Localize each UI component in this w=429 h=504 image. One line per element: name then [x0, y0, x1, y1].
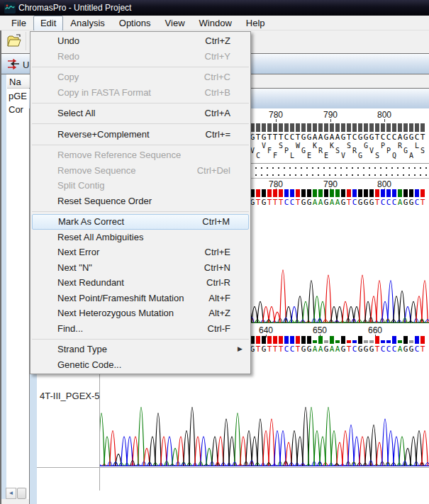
menu-item-strand-type[interactable]: Strand Type▶: [32, 342, 249, 357]
base-letter: A: [397, 133, 403, 142]
menu-item-genetic-code[interactable]: Genetic Code...: [32, 357, 249, 373]
base-block: [341, 336, 345, 344]
coverage-block: [364, 123, 368, 132]
amino-acid-letter: P: [380, 142, 386, 150]
menu-item-reset-sequence-order[interactable]: Reset Sequence Order: [32, 194, 249, 209]
base-letter: C: [391, 133, 397, 142]
trace-peak: [411, 437, 417, 466]
project-panel-hscrollbar[interactable]: ◄: [6, 488, 27, 499]
amino-acid-letter: V: [261, 142, 267, 150]
open-project-icon[interactable]: [6, 33, 23, 49]
base-letter: G: [408, 133, 414, 142]
menubar-item-edit[interactable]: Edit: [33, 16, 63, 31]
trace-name-label[interactable]: 4T-III_PGEX-5: [40, 391, 100, 401]
coverage-block: [403, 123, 408, 132]
trace-peak: [371, 296, 377, 323]
base-letter: A: [397, 198, 403, 207]
coverage-block: [318, 123, 323, 132]
menu-item-next-point-frameshift-mutation[interactable]: Next Point/Frameshift MutationAlt+F: [32, 291, 249, 306]
base-block: [403, 336, 408, 344]
base-block: [284, 189, 289, 197]
trace-peak: [201, 437, 207, 466]
base-letter: G: [369, 345, 374, 354]
menu-item-next-heterozygous-mutation[interactable]: Next Heterozygous MutationAlt+Z: [32, 306, 249, 321]
menu-item-reset-all-ambiguities[interactable]: Reset All Ambiguities: [32, 230, 249, 245]
menubar-item-view[interactable]: View: [158, 16, 192, 31]
menu-item-next-error[interactable]: Next ErrorCtrl+E: [32, 245, 249, 260]
trace-peak: [303, 408, 309, 466]
menu-item-shortcut: Ctrl+B: [205, 85, 230, 101]
menu-item-next-n[interactable]: Next "N"Ctrl+N: [32, 260, 249, 276]
trace-peak: [405, 448, 411, 466]
trace-peak: [212, 437, 218, 466]
scrollbar-thumb[interactable]: [17, 488, 26, 499]
trace-peak: [365, 301, 372, 323]
base-block: [386, 340, 391, 343]
base-block: [358, 189, 362, 197]
base-block: [352, 189, 357, 197]
base-letter: A: [329, 198, 335, 207]
base-letter: G: [363, 345, 369, 354]
menu-item-select-all[interactable]: Select AllCtrl+A: [32, 106, 249, 121]
base-block: [296, 189, 300, 197]
project-item-1[interactable]: pGE: [9, 91, 27, 101]
amino-acid-letter: K: [312, 142, 318, 150]
submenu-arrow-icon: ▶: [238, 342, 243, 357]
trace-peak: [223, 419, 230, 466]
base-block: [420, 336, 425, 344]
menu-item-shortcut: Ctrl-F: [208, 321, 231, 337]
base-letter: T: [267, 345, 272, 354]
translation-row: VCVFFSPLWGEKREKSVSRGGVSPPQRGALS: [250, 142, 429, 160]
amino-acid-letter: C: [255, 152, 261, 159]
menu-item-remove-reference-sequence: Remove Reference Sequence: [32, 147, 249, 163]
menubar-item-analysis[interactable]: Analysis: [63, 16, 111, 31]
menu-item-undo[interactable]: UndoCtrl+Z: [32, 33, 249, 49]
base-block: [313, 340, 317, 343]
coverage-block: [290, 123, 294, 132]
menu-item-next-redundant[interactable]: Next RedundantCtrl-R: [32, 275, 249, 291]
base-block: [313, 189, 317, 197]
base-block: [341, 189, 345, 197]
menu-item-find[interactable]: Find...Ctrl-F: [32, 321, 249, 337]
chromatogram-trace-2[interactable]: [100, 379, 429, 467]
menubar-item-file[interactable]: File: [4, 16, 33, 31]
base-block: [290, 189, 294, 197]
amino-acid-letter: G: [363, 142, 369, 150]
coverage-block: [381, 123, 385, 132]
app-icon: [4, 2, 16, 13]
base-block: [347, 189, 351, 197]
base-letter: G: [357, 198, 363, 207]
menu-item-redo: RedoCtrl+Y: [32, 49, 249, 65]
scroll-left-arrow-icon[interactable]: ◄: [6, 488, 16, 499]
menubar-item-window[interactable]: Window: [192, 16, 239, 31]
menubar-item-options[interactable]: Options: [112, 16, 158, 31]
consensus-sequence[interactable]: GTGTTTCCTGGAAGAAGTCGGGTCCCAGGCT: [250, 133, 429, 141]
trace-peak: [308, 281, 315, 323]
trace-peak: [422, 281, 428, 323]
menu-item-mark-as-correct[interactable]: Mark As CorrectCtrl+M: [32, 214, 249, 230]
menu-item-reverse-complement[interactable]: Reverse+ComplementCtrl+=: [32, 127, 249, 142]
menu-item-remove-sequence: Remove SequenceCtrl+Del: [32, 163, 249, 179]
base-letter: G: [323, 198, 329, 207]
base-block: [409, 189, 413, 197]
ruler-tick: [330, 119, 331, 122]
menu-separator: [32, 211, 249, 212]
menu-bar: FileEditAnalysisOptionsViewWindowHelp: [0, 16, 429, 30]
coverage-block: [409, 123, 413, 132]
base-letter: A: [312, 345, 318, 354]
trace-peak: [337, 307, 343, 323]
title-bar[interactable]: ChromasPro - Untitled Project: [0, 0, 429, 16]
trace-peak: [155, 413, 162, 466]
base-block: [381, 340, 385, 343]
base-block: [262, 189, 266, 197]
base-block: [352, 340, 357, 343]
menu-item-shortcut: Ctrl+Del: [197, 163, 230, 179]
trace-peak: [257, 419, 264, 466]
menubar-item-help[interactable]: Help: [239, 16, 272, 31]
trace-peak: [394, 296, 400, 323]
base-block: [256, 336, 260, 344]
trace-peak: [382, 419, 389, 466]
consensus-colored-sequence[interactable]: GTGTTTCCTGGAAGAAGTCGGGTCCCAGGCT: [250, 198, 429, 206]
trace-base-calls[interactable]: GTGTTTCCTGGAAGAAGTCGGGTCCCAGGCT: [250, 345, 429, 353]
menu-item-label: Copy: [57, 72, 79, 82]
